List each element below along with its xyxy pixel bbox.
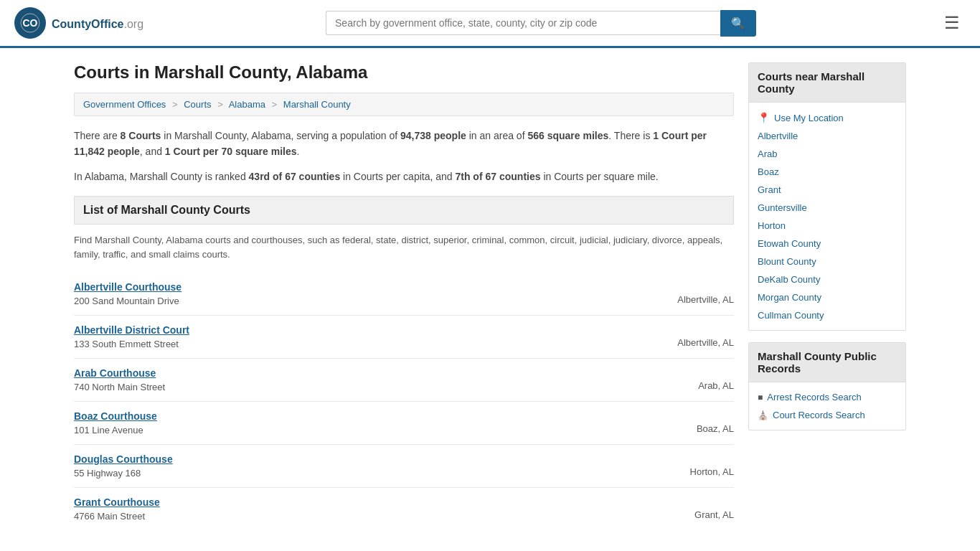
rank-capita: 43rd of 67 counties (249, 171, 341, 182)
court-name-link[interactable]: Arab Courthouse (74, 367, 165, 379)
courts-count: 8 Courts (121, 130, 161, 141)
use-my-location-link[interactable]: Use My Location (774, 113, 844, 123)
header: CO CountyOffice.org 🔍 ☰ (0, 0, 980, 48)
sidebar-item-county[interactable]: DeKalb County (749, 270, 905, 288)
sidebar-counties: Etowah CountyBlount CountyDeKalb CountyM… (749, 235, 905, 324)
content-area: Courts in Marshall County, Alabama Gover… (74, 62, 734, 530)
population: 94,738 people (400, 130, 466, 141)
menu-icon[interactable]: ☰ (938, 10, 966, 36)
court-location: Albertville, AL (677, 281, 734, 305)
court-name-link[interactable]: Grant Courthouse (74, 496, 160, 508)
court-info: Boaz Courthouse 101 Line Avenue (74, 410, 157, 435)
record-icon: ⛪ (758, 410, 768, 420)
court-info: Douglas Courthouse 55 Highway 168 (74, 453, 173, 479)
sidebar-city-link[interactable]: Albertville (758, 131, 798, 141)
court-address: 101 Line Avenue (74, 425, 143, 435)
nearby-courts-list: 📍 Use My Location AlbertvilleArabBoazGra… (749, 103, 905, 330)
court-info: Grant Courthouse 4766 Main Street (74, 496, 160, 522)
sidebar-item-county[interactable]: Cullman County (749, 306, 905, 324)
breadcrumb-sep1: > (172, 99, 178, 110)
court-location: Grant, AL (694, 496, 734, 520)
location-icon: 📍 (758, 112, 770, 123)
table-row: Boaz Courthouse 101 Line Avenue Boaz, AL (74, 402, 734, 445)
breadcrumb-sep2: > (217, 99, 223, 110)
sidebar-city-link[interactable]: Arab (758, 149, 777, 159)
court-location: Boaz, AL (697, 410, 734, 434)
main-container: Courts in Marshall County, Alabama Gover… (60, 48, 920, 545)
sidebar-item-city[interactable]: Horton (749, 217, 905, 235)
public-records-title: Marshall County Public Records (749, 343, 905, 382)
court-name-link[interactable]: Albertville Courthouse (74, 281, 182, 293)
logo-area: CO CountyOffice.org (14, 7, 143, 39)
court-name-link[interactable]: Douglas Courthouse (74, 453, 173, 465)
table-row: Arab Courthouse 740 North Main Street Ar… (74, 359, 734, 402)
record-icon: ■ (758, 392, 763, 402)
court-location: Albertville, AL (677, 324, 734, 348)
sidebar-item-city[interactable]: Grant (749, 181, 905, 199)
sidebar-item-city[interactable]: Arab (749, 145, 905, 163)
sidebar-item-county[interactable]: Etowah County (749, 235, 905, 253)
court-name-link[interactable]: Albertville District Court (74, 324, 189, 336)
breadcrumb-government-offices[interactable]: Government Offices (83, 99, 166, 110)
sidebar-item-record[interactable]: ■Arrest Records Search (749, 388, 905, 406)
court-address: 55 Highway 168 (74, 468, 141, 479)
breadcrumb-alabama[interactable]: Alabama (229, 99, 265, 110)
court-address: 740 North Main Street (74, 382, 165, 392)
court-address: 133 South Emmett Street (74, 339, 179, 349)
search-input[interactable] (326, 11, 720, 35)
breadcrumb-sep3: > (272, 99, 278, 110)
breadcrumb-marshall-county[interactable]: Marshall County (283, 99, 351, 110)
search-button[interactable]: 🔍 (720, 10, 756, 37)
sidebar-record-link[interactable]: Court Records Search (773, 410, 865, 420)
court-info: Arab Courthouse 740 North Main Street (74, 367, 165, 392)
use-my-location-item[interactable]: 📍 Use My Location (749, 108, 905, 127)
breadcrumb: Government Offices > Courts > Alabama > … (74, 93, 734, 116)
sidebar-item-city[interactable]: Guntersville (749, 199, 905, 217)
sidebar-county-link[interactable]: Blount County (758, 256, 816, 267)
court-name-link[interactable]: Boaz Courthouse (74, 410, 157, 422)
page-title: Courts in Marshall County, Alabama (74, 62, 734, 83)
description-stats: There are 8 Courts in Marshall County, A… (74, 128, 734, 160)
breadcrumb-courts[interactable]: Courts (184, 99, 211, 110)
sidebar-item-county[interactable]: Morgan County (749, 288, 905, 306)
area: 566 square miles (527, 130, 608, 141)
public-records-list: ■Arrest Records Search⛪Court Records Sea… (749, 382, 905, 430)
sidebar-city-link[interactable]: Boaz (758, 166, 779, 177)
sidebar-county-link[interactable]: Etowah County (758, 238, 821, 249)
sidebar-city-link[interactable]: Guntersville (758, 202, 807, 213)
sidebar-city-link[interactable]: Horton (758, 220, 786, 231)
sidebar-county-link[interactable]: Cullman County (758, 310, 824, 321)
sidebar-record-link[interactable]: Arrest Records Search (767, 392, 862, 402)
court-address: 4766 Main Street (74, 511, 145, 522)
court-address: 200 Sand Mountain Drive (74, 296, 179, 306)
table-row: Grant Courthouse 4766 Main Street Grant,… (74, 488, 734, 530)
sidebar-item-city[interactable]: Albertville (749, 127, 905, 145)
table-row: Albertville District Court 133 South Emm… (74, 316, 734, 359)
nearby-courts-title: Courts near Marshall County (749, 63, 905, 103)
court-location: Horton, AL (690, 453, 734, 477)
sidebar-city-link[interactable]: Grant (758, 184, 781, 195)
search-icon: 🔍 (731, 17, 745, 29)
description-rank: In Alabama, Marshall County is ranked 43… (74, 169, 734, 184)
table-row: Albertville Courthouse 200 Sand Mountain… (74, 273, 734, 316)
svg-text:CO: CO (23, 17, 38, 29)
sidebar-cities: AlbertvilleArabBoazGrantGuntersvilleHort… (749, 127, 905, 235)
search-area: 🔍 (326, 10, 756, 37)
nearby-courts-section: Courts near Marshall County 📍 Use My Loc… (748, 62, 906, 331)
list-description: Find Marshall County, Alabama courts and… (74, 233, 734, 261)
logo-text: CountyOffice.org (52, 15, 143, 32)
court-info: Albertville Courthouse 200 Sand Mountain… (74, 281, 182, 306)
sidebar-item-city[interactable]: Boaz (749, 163, 905, 181)
rank-sqmile: 7th of 67 counties (455, 171, 540, 182)
list-section-header: List of Marshall County Courts (74, 196, 734, 225)
public-records-section: Marshall County Public Records ■Arrest R… (748, 342, 906, 430)
sidebar-county-link[interactable]: Morgan County (758, 292, 821, 303)
sidebar: Courts near Marshall County 📍 Use My Loc… (748, 62, 906, 530)
sidebar-county-link[interactable]: DeKalb County (758, 274, 820, 285)
court-location: Arab, AL (698, 367, 734, 391)
logo-icon: CO (14, 7, 46, 39)
sidebar-item-record[interactable]: ⛪Court Records Search (749, 406, 905, 424)
table-row: Douglas Courthouse 55 Highway 168 Horton… (74, 445, 734, 488)
sidebar-item-county[interactable]: Blount County (749, 253, 905, 270)
per-sqmile: 1 Court per 70 square miles (165, 146, 297, 157)
